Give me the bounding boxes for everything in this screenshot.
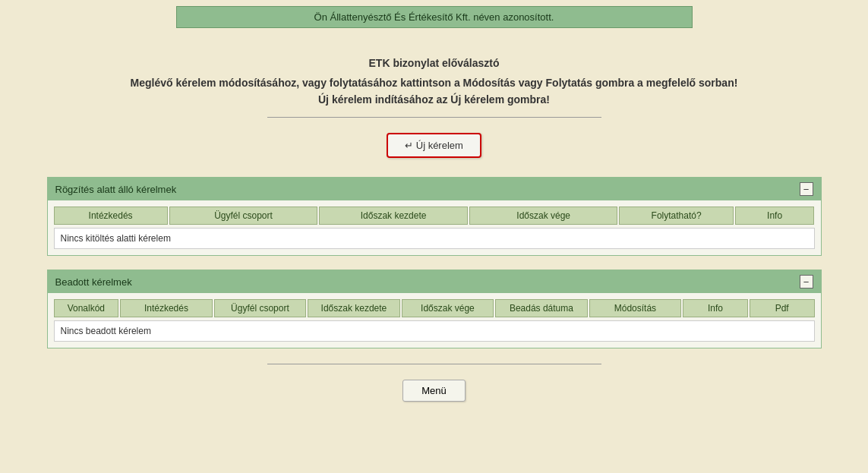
beadott-col-beadas: Beadás dátuma	[495, 299, 588, 317]
beadott-col-info: Info	[683, 299, 748, 317]
page-subtitle: Meglévő kérelem módosításához, vagy foly…	[47, 77, 822, 89]
beadott-col-idvege: Időszak vége	[402, 299, 494, 317]
rogzites-col-folytathato: Folytatható?	[619, 207, 733, 225]
title-section: ETK bizonylat előválasztó Meglévő kérele…	[47, 57, 822, 106]
beadott-col-pdf: Pdf	[750, 299, 815, 317]
rogzites-col-info: Info	[735, 207, 815, 225]
menu-button[interactable]: Menü	[402, 380, 466, 402]
rogzites-collapse-button[interactable]: −	[800, 182, 813, 196]
rogzites-body: Intézkedés Ügyfél csoport Időszak kezdet…	[48, 200, 821, 255]
beadott-title: Beadott kérelmek	[55, 276, 132, 288]
page-title: ETK bizonylat előválasztó	[47, 57, 822, 69]
beadott-col-intezk: Intézkedés	[120, 299, 213, 317]
page-subtitle2: Új kérelem indításához az Új kérelem gom…	[47, 93, 822, 106]
beadott-table-header: Vonalkód Intézkedés Ügyfél csoport Idősz…	[54, 299, 815, 317]
beadott-collapse-button[interactable]: −	[800, 275, 813, 289]
top-bar: Ön Állattenyésztő És Értékesítő Kft. név…	[0, 6, 868, 28]
rogzites-title: Rögzítés alatt álló kérelmek	[55, 184, 177, 195]
beadott-body: Vonalkód Intézkedés Ügyfél csoport Idősz…	[48, 293, 821, 348]
rogzites-col-intezk: Intézkedés	[54, 207, 168, 225]
rogzites-empty-row: Nincs kitöltés alatti kérelem	[54, 228, 815, 249]
beadott-col-idkezdete: Időszak kezdete	[308, 299, 400, 317]
rogzites-col-idkezdete: Időszak kezdete	[319, 207, 468, 225]
beadott-col-vonalkod: Vonalkód	[54, 299, 119, 317]
rogzites-header: Rögzítés alatt álló kérelmek −	[48, 178, 821, 200]
beadott-col-modositas: Módosítás	[589, 299, 682, 317]
top-bar-text: Ön Állattenyésztő És Értékesítő Kft. név…	[314, 11, 554, 23]
beadott-header: Beadott kérelmek −	[48, 270, 821, 293]
bottom-section: Menü	[47, 364, 822, 402]
rogzites-table-header: Intézkedés Ügyfél csoport Időszak kezdet…	[54, 207, 815, 225]
beadott-col-ugyfel: Ügyfél csoport	[214, 299, 307, 317]
top-separator	[267, 117, 601, 118]
rogzites-col-idvege: Időszak vége	[469, 207, 618, 225]
beadott-empty-row: Nincs beadott kérelem	[54, 320, 815, 342]
new-request-button[interactable]: ↵ Új kérelem	[387, 133, 481, 158]
rogzites-panel: Rögzítés alatt álló kérelmek − Intézkedé…	[47, 177, 822, 256]
rogzites-col-ugyfel: Ügyfél csoport	[169, 207, 318, 225]
bottom-separator	[267, 364, 601, 364]
beadott-panel: Beadott kérelmek − Vonalkód Intézkedés Ü…	[47, 270, 822, 348]
